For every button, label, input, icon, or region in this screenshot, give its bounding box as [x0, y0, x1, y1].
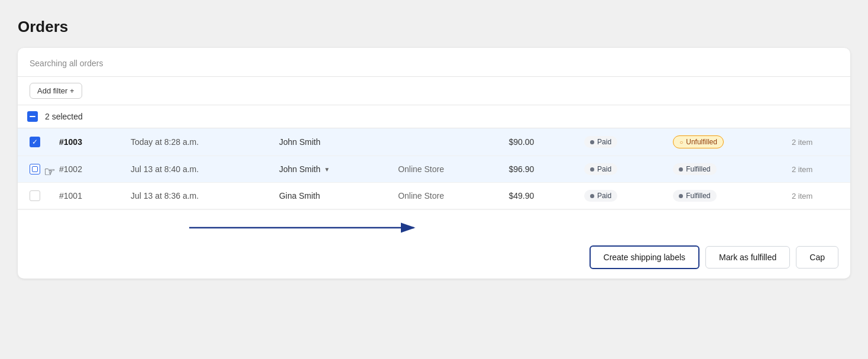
amount-cell: $90.00	[499, 128, 575, 156]
search-bar: Searching all orders	[18, 48, 850, 77]
customer-name: John Smith	[279, 164, 320, 174]
bulk-bar: 2 selected	[18, 105, 850, 128]
payment-status-cell: Paid	[575, 128, 663, 156]
customer-cell: Gina Smith	[270, 183, 388, 209]
payment-status-cell: Paid	[575, 183, 663, 209]
order-number-cell: #1002	[50, 156, 121, 183]
customer-cell: John Smith ▼	[270, 156, 388, 183]
row-checkbox-cell	[18, 183, 50, 209]
row-checkbox[interactable]	[30, 190, 40, 201]
selected-count: 2 selected	[45, 112, 83, 121]
fulfillment-status-cell: Fulfilled	[663, 183, 782, 209]
order-date-cell: Today at 8:28 a.m.	[121, 128, 270, 156]
row-checkbox-cell: ☞	[18, 156, 50, 183]
order-amount: $49.90	[509, 191, 534, 200]
channel-cell: Online Store	[388, 183, 499, 209]
arrow-annotation	[183, 210, 432, 248]
order-amount: $96.90	[509, 164, 534, 174]
fulfillment-status-cell: Fulfilled	[663, 156, 782, 183]
fulfillment-status-badge: Fulfilled	[673, 190, 716, 202]
payment-status-badge: Paid	[584, 163, 617, 175]
items-count: 2 item	[792, 192, 812, 200]
order-date: Today at 8:28 a.m.	[131, 137, 199, 147]
mark-as-fulfilled-button[interactable]: Mark as fulfilled	[705, 246, 790, 269]
arrow-svg	[183, 210, 432, 245]
fulfillment-status-cell: Unfulfilled	[663, 128, 782, 156]
order-number: #1003	[59, 137, 82, 147]
order-number: #1001	[59, 191, 82, 200]
amount-cell: $96.90	[499, 156, 575, 183]
payment-status-cell: Paid	[575, 156, 663, 183]
order-date-cell: Jul 13 at 8:36 a.m.	[121, 183, 270, 209]
row-checkbox-cell	[18, 128, 50, 156]
channel-name: Online Store	[398, 164, 444, 174]
order-date: Jul 13 at 8:40 a.m.	[131, 164, 199, 174]
select-all-checkbox[interactable]	[27, 111, 38, 122]
table-row: #1001 Jul 13 at 8:36 a.m. Gina Smith Onl…	[18, 183, 850, 209]
order-date: Jul 13 at 8:36 a.m.	[131, 191, 199, 200]
items-cell: 2 item	[782, 156, 850, 183]
order-number: #1002	[59, 164, 82, 174]
row-checkbox[interactable]	[30, 164, 40, 174]
amount-cell: $49.90	[499, 183, 575, 209]
capture-button[interactable]: Cap	[796, 246, 838, 269]
orders-card: Searching all orders Add filter + 2 sele…	[18, 48, 850, 279]
search-text: Searching all orders	[30, 59, 103, 68]
table-row: ☞ #1002 Jul 13 at 8:40 a.m. John Smith ▼…	[18, 156, 850, 183]
order-date-cell: Jul 13 at 8:40 a.m.	[121, 156, 270, 183]
chevron-down-icon: ▼	[324, 166, 330, 173]
orders-table: #1003 Today at 8:28 a.m. John Smith $90.…	[18, 128, 850, 209]
cursor-icon: ☞	[44, 164, 56, 180]
row-checkbox[interactable]	[30, 137, 40, 147]
customer-name: John Smith	[279, 137, 320, 147]
customer-cell: John Smith	[270, 128, 388, 156]
bottom-actions-bar: Create shipping labels Mark as fulfilled…	[18, 209, 850, 279]
channel-cell	[388, 128, 499, 156]
items-cell: 2 item	[782, 183, 850, 209]
order-number-cell: #1001	[50, 183, 121, 209]
items-count: 2 item	[792, 138, 812, 147]
fulfillment-status-badge: Fulfilled	[673, 163, 716, 175]
add-filter-button[interactable]: Add filter +	[30, 83, 82, 99]
channel-cell: Online Store	[388, 156, 499, 183]
items-count: 2 item	[792, 165, 812, 174]
filter-bar: Add filter +	[18, 77, 850, 105]
customer-name: Gina Smith	[279, 191, 320, 200]
fulfillment-status-badge: Unfulfilled	[673, 135, 724, 148]
create-shipping-labels-button[interactable]: Create shipping labels	[590, 245, 700, 269]
order-amount: $90.00	[509, 137, 534, 147]
payment-status-badge: Paid	[584, 136, 617, 148]
channel-name: Online Store	[398, 191, 444, 200]
table-row: #1003 Today at 8:28 a.m. John Smith $90.…	[18, 128, 850, 156]
payment-status-badge: Paid	[584, 190, 617, 202]
page-title: Orders	[18, 18, 850, 36]
items-cell: 2 item	[782, 128, 850, 156]
order-number-cell: #1003	[50, 128, 121, 156]
